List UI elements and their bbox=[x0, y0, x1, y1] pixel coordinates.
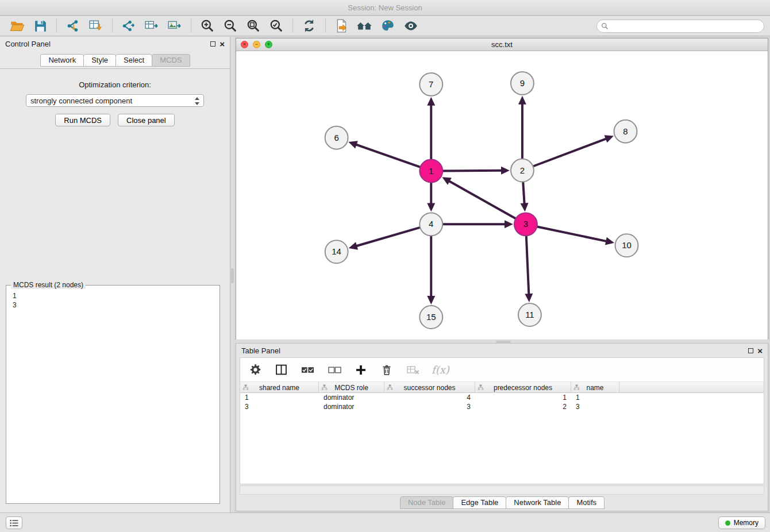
trash-icon bbox=[381, 364, 392, 376]
plus-icon bbox=[355, 364, 367, 376]
table-row[interactable]: 3dominator323 bbox=[240, 402, 764, 411]
table-settings-button[interactable] bbox=[247, 361, 263, 379]
graph-node-3[interactable]: 3 bbox=[514, 213, 537, 236]
close-control-panel-icon[interactable]: × bbox=[220, 41, 225, 47]
delete-table-button[interactable] bbox=[405, 361, 422, 379]
network-canvas[interactable]: 7968124314101511 bbox=[236, 51, 768, 340]
tab-node-table[interactable]: Node Table bbox=[400, 496, 454, 509]
graph-node-6[interactable]: 6 bbox=[325, 126, 348, 149]
eye-icon bbox=[403, 18, 419, 33]
tab-network[interactable]: Network bbox=[40, 54, 84, 67]
zoom-in-button[interactable] bbox=[196, 17, 219, 35]
add-column-button[interactable] bbox=[353, 361, 369, 379]
tab-style[interactable]: Style bbox=[83, 54, 116, 67]
node-table: f(x) shared nameMCDS rolesuccessor nodes… bbox=[240, 357, 764, 484]
search-input[interactable] bbox=[611, 22, 760, 30]
graph-node-15[interactable]: 15 bbox=[419, 306, 442, 329]
table-horizontal-scrollbar[interactable] bbox=[240, 485, 764, 495]
graph-node-11[interactable]: 11 bbox=[518, 303, 541, 326]
svg-text:11: 11 bbox=[525, 310, 534, 319]
memory-status-dot bbox=[725, 521, 730, 526]
splitter-handle[interactable] bbox=[231, 268, 234, 283]
delete-column-button[interactable] bbox=[379, 361, 395, 379]
run-mcds-button[interactable]: Run MCDS bbox=[55, 114, 110, 126]
graph-node-2[interactable]: 2 bbox=[511, 159, 534, 182]
close-panel-button[interactable]: Close panel bbox=[118, 114, 175, 126]
column-header-filler bbox=[619, 382, 764, 393]
column-header-successor-nodes[interactable]: successor nodes bbox=[384, 382, 475, 393]
refresh-view-button[interactable] bbox=[298, 17, 321, 35]
tab-edge-table[interactable]: Edge Table bbox=[453, 496, 506, 509]
edge-1-2[interactable] bbox=[442, 171, 502, 171]
network-window-titlebar: × − + scc.txt bbox=[236, 38, 768, 51]
tab-select[interactable]: Select bbox=[116, 54, 152, 67]
open-file-button[interactable] bbox=[6, 17, 29, 35]
open-session-file-button[interactable] bbox=[330, 17, 353, 35]
import-network-button[interactable] bbox=[61, 17, 84, 35]
edge-1-6[interactable] bbox=[356, 144, 421, 167]
graph-node-9[interactable]: 9 bbox=[511, 72, 534, 95]
table-cell: 3 bbox=[384, 402, 475, 411]
graph-node-8[interactable]: 8 bbox=[614, 120, 637, 143]
save-session-button[interactable] bbox=[29, 17, 52, 35]
export-image-button[interactable] bbox=[163, 17, 186, 35]
home-button[interactable] bbox=[353, 17, 376, 35]
svg-text:14: 14 bbox=[332, 246, 341, 256]
export-image-icon bbox=[167, 18, 182, 33]
memory-button[interactable]: Memory bbox=[718, 516, 765, 529]
column-header-name[interactable]: name bbox=[571, 382, 619, 393]
style-button[interactable] bbox=[376, 17, 399, 35]
close-window-button[interactable]: × bbox=[241, 41, 248, 48]
column-header-predecessor-nodes[interactable]: predecessor nodes bbox=[475, 382, 571, 393]
graph-node-10[interactable]: 10 bbox=[615, 234, 638, 257]
zoom-out-button[interactable] bbox=[219, 17, 242, 35]
tab-mcds[interactable]: MCDS bbox=[152, 54, 190, 67]
vertical-splitter[interactable] bbox=[230, 37, 234, 512]
import-table-button[interactable] bbox=[84, 17, 107, 35]
edge-4-14[interactable] bbox=[356, 228, 420, 246]
show-details-button[interactable] bbox=[399, 17, 422, 35]
table-panel-header: Table Panel × bbox=[236, 344, 768, 358]
select-all-button[interactable] bbox=[299, 361, 316, 379]
graph-node-1[interactable]: 1 bbox=[419, 160, 442, 183]
show-columns-button[interactable] bbox=[273, 361, 289, 379]
zoom-fit-button[interactable] bbox=[242, 17, 265, 35]
table-row[interactable]: 1dominator411 bbox=[240, 393, 764, 402]
edge-3-10[interactable] bbox=[537, 226, 607, 241]
close-table-panel-icon[interactable]: × bbox=[757, 348, 763, 354]
edge-3-1[interactable] bbox=[449, 181, 516, 219]
zoom-selected-button[interactable] bbox=[265, 17, 288, 35]
column-header-MCDS-role[interactable]: MCDS role bbox=[319, 382, 384, 393]
mcds-result-value: 3 bbox=[13, 300, 213, 310]
graph-node-7[interactable]: 7 bbox=[419, 73, 442, 96]
deselect-all-button[interactable] bbox=[326, 361, 343, 379]
network-graph[interactable]: 7968124314101511 bbox=[236, 51, 768, 340]
function-builder-label[interactable]: f(x) bbox=[432, 364, 449, 376]
tab-motifs[interactable]: Motifs bbox=[568, 496, 605, 509]
edge-2-3[interactable] bbox=[523, 182, 524, 204]
export-table-button[interactable] bbox=[140, 17, 163, 35]
float-control-panel-icon[interactable] bbox=[210, 41, 215, 47]
table-panel-tabs: Node TableEdge TableNetwork TableMotifs bbox=[236, 496, 768, 509]
minimize-window-button[interactable]: − bbox=[253, 41, 260, 48]
svg-text:2: 2 bbox=[520, 165, 525, 175]
task-history-button[interactable] bbox=[6, 516, 22, 529]
edge-2-8[interactable] bbox=[533, 138, 607, 166]
search-field[interactable] bbox=[596, 20, 764, 33]
svg-text:10: 10 bbox=[622, 240, 632, 250]
edge-3-11[interactable] bbox=[526, 236, 529, 295]
graph-node-4[interactable]: 4 bbox=[419, 213, 442, 236]
graph-node-14[interactable]: 14 bbox=[325, 240, 348, 263]
zoom-window-button[interactable]: + bbox=[265, 41, 272, 48]
edge-arrowhead bbox=[605, 135, 614, 142]
window-title: Session: New Session bbox=[348, 3, 422, 12]
export-network-button[interactable] bbox=[117, 17, 140, 35]
zoom-out-icon bbox=[223, 18, 238, 33]
column-header-shared-name[interactable]: shared name bbox=[240, 382, 319, 393]
float-table-panel-icon[interactable] bbox=[748, 348, 753, 353]
tab-network-table[interactable]: Network Table bbox=[506, 496, 569, 509]
table-cell: 4 bbox=[384, 393, 475, 402]
svg-text:7: 7 bbox=[429, 79, 433, 89]
import-table-icon bbox=[88, 18, 103, 33]
criterion-dropdown[interactable]: strongly connected component bbox=[26, 94, 204, 107]
